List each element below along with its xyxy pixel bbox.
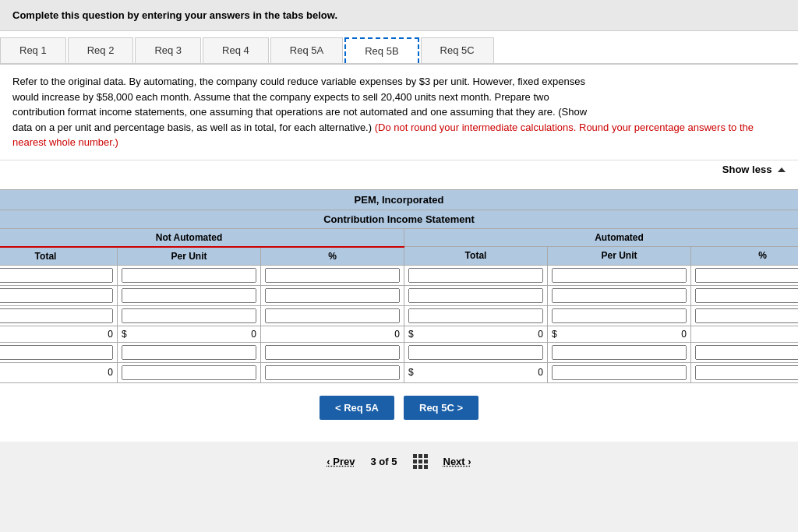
na-per-unit-input-3[interactable] — [122, 308, 256, 323]
na-per-unit-input-6[interactable] — [122, 365, 256, 380]
a-pct-2[interactable] — [691, 285, 799, 305]
of-label: of — [379, 456, 388, 467]
section-header-row: Not Automated Automated — [0, 228, 798, 247]
na-per-unit-6[interactable] — [118, 362, 261, 382]
dollar-sign-a: $ — [408, 329, 414, 340]
grid-icon[interactable] — [413, 454, 428, 469]
tab-req5b[interactable]: Req 5B — [344, 37, 418, 63]
na-pct-1[interactable] — [261, 265, 404, 285]
show-less-button[interactable]: Show less — [722, 164, 772, 175]
na-per-unit-header: Per Unit — [118, 247, 261, 266]
a-pct-input-2[interactable] — [695, 288, 798, 303]
na-total-input-3[interactable] — [0, 308, 113, 323]
na-per-unit-5[interactable] — [118, 342, 261, 362]
na-per-unit-4[interactable]: $ 0 — [118, 326, 261, 342]
tabs-container: Req 1 Req 2 Req 3 Req 4 Req 5A Req 5B Re… — [0, 31, 798, 65]
a-per-unit-input-6[interactable] — [552, 365, 687, 380]
tab-req4[interactable]: Req 4 — [203, 37, 269, 63]
a-total-input-5[interactable] — [408, 345, 543, 360]
na-total-3[interactable] — [0, 305, 118, 326]
na-total-val-4: 0 — [108, 329, 113, 340]
table-title: Contribution Income Statement — [0, 210, 798, 228]
na-pct-5[interactable] — [261, 342, 404, 362]
company-name: PEM, Incorporated — [0, 189, 798, 210]
na-total-5[interactable] — [0, 342, 118, 362]
a-pct-input-3[interactable] — [695, 308, 798, 323]
a-pct-input-6[interactable] — [695, 365, 798, 380]
tab-req1[interactable]: Req 1 — [0, 37, 66, 63]
na-pct-input-2[interactable] — [265, 288, 400, 303]
pagination-bar: ‹ Prev 3 of 5 Next › — [0, 442, 798, 481]
na-pct-input-5[interactable] — [265, 345, 400, 360]
a-total-2[interactable] — [404, 285, 548, 305]
a-total-4[interactable]: $ 0 — [404, 326, 548, 342]
a-total-5[interactable] — [404, 342, 548, 362]
na-per-unit-1[interactable] — [118, 265, 261, 285]
a-pct-input-1[interactable] — [695, 268, 798, 283]
a-total-val-6: 0 — [538, 367, 543, 378]
dollar-sign-a-6: $ — [408, 367, 414, 378]
arrow-right-icon: › — [468, 456, 471, 467]
na-total-input-2[interactable] — [0, 288, 113, 303]
na-pct-input-6[interactable] — [265, 365, 400, 380]
na-total-input-1[interactable] — [0, 268, 113, 283]
instruction-text: Complete this question by entering your … — [12, 9, 337, 21]
na-per-unit-input-5[interactable] — [122, 345, 256, 360]
na-total-2[interactable] — [0, 285, 118, 305]
a-pct-input-5[interactable] — [695, 345, 798, 360]
a-pct-1[interactable] — [691, 265, 799, 285]
na-pct-header: % — [261, 247, 404, 266]
na-pct-input-3[interactable] — [265, 308, 400, 323]
column-labels-row: Total Per Unit % Total Per Unit % — [0, 247, 798, 266]
na-pct-6[interactable] — [261, 362, 404, 382]
a-total-input-1[interactable] — [408, 268, 543, 283]
a-pct-6[interactable] — [691, 362, 799, 382]
a-total-val-4: 0 — [538, 329, 543, 340]
req5c-button[interactable]: Req 5C > — [404, 396, 478, 420]
desc-line2: would increase by $58,000 each month. As… — [12, 91, 549, 103]
a-per-unit-input-2[interactable] — [552, 288, 687, 303]
na-total-1[interactable] — [0, 265, 118, 285]
na-pct-val-4: 0 — [394, 329, 400, 340]
arrow-left-icon: ‹ — [327, 456, 330, 467]
a-pct-5[interactable] — [691, 342, 799, 362]
a-per-unit-5[interactable] — [548, 342, 691, 362]
na-total-4[interactable]: $ 0 — [0, 326, 118, 342]
na-per-unit-3[interactable] — [118, 305, 261, 326]
na-per-unit-input-2[interactable] — [122, 288, 256, 303]
a-total-input-3[interactable] — [408, 308, 543, 323]
a-per-unit-6[interactable] — [548, 362, 691, 382]
req5a-button[interactable]: < Req 5A — [320, 396, 394, 420]
a-per-unit-4[interactable]: $ 0 — [548, 326, 691, 342]
a-per-unit-3[interactable] — [548, 305, 691, 326]
a-per-unit-input-1[interactable] — [552, 268, 687, 283]
na-total-input-5[interactable] — [0, 345, 113, 360]
desc-line1: Refer to the original data. By automatin… — [12, 76, 585, 87]
na-pct-2[interactable] — [261, 285, 404, 305]
a-per-unit-2[interactable] — [548, 285, 691, 305]
a-total-1[interactable] — [404, 265, 548, 285]
a-per-unit-1[interactable] — [548, 265, 691, 285]
na-per-unit-2[interactable] — [118, 285, 261, 305]
na-per-unit-input-1[interactable] — [122, 268, 256, 283]
tab-req5a[interactable]: Req 5A — [270, 37, 343, 63]
na-pct-3[interactable] — [261, 305, 404, 326]
a-per-unit-input-3[interactable] — [552, 308, 687, 323]
na-total-6[interactable]: $ 0 — [0, 362, 118, 382]
a-pct-header: % — [691, 247, 799, 266]
prev-link[interactable]: ‹ Prev — [327, 456, 355, 467]
a-per-unit-input-5[interactable] — [552, 345, 687, 360]
a-total-3[interactable] — [404, 305, 548, 326]
a-total-input-2[interactable] — [408, 288, 543, 303]
company-name-row: PEM, Incorporated — [0, 189, 798, 210]
table-row-final: $ 0 $ 0 — [0, 362, 798, 382]
tab-req5c[interactable]: Req 5C — [421, 37, 494, 63]
tab-req3[interactable]: Req 3 — [135, 37, 201, 63]
a-pct-4[interactable]: 0 — [691, 326, 799, 342]
na-pct-input-1[interactable] — [265, 268, 400, 283]
tab-req2[interactable]: Req 2 — [68, 37, 134, 63]
next-link[interactable]: Next › — [443, 456, 471, 467]
a-total-6[interactable]: $ 0 — [404, 362, 548, 382]
na-pct-4[interactable]: 0 — [261, 326, 404, 342]
a-pct-3[interactable] — [691, 305, 799, 326]
